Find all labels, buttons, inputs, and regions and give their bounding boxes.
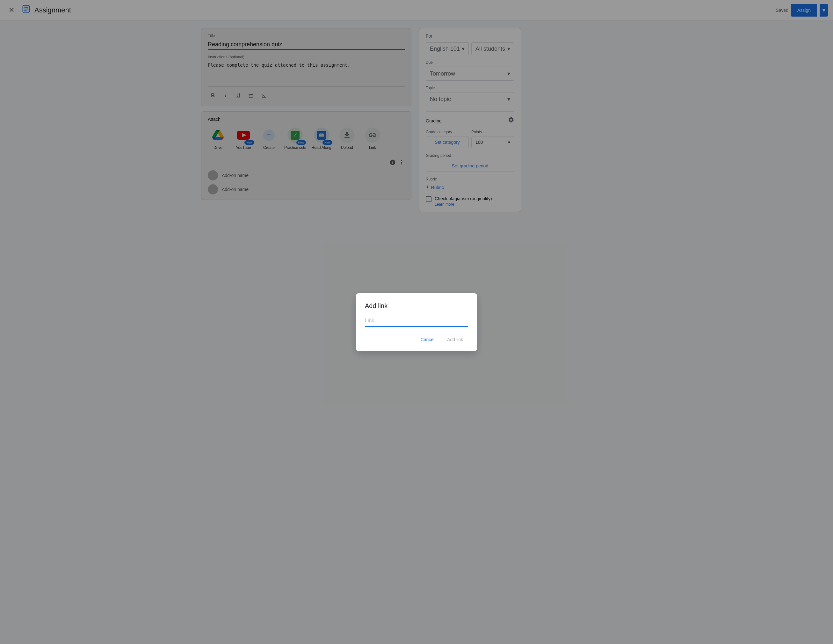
modal-overlay: Add link Cancel Add link (0, 0, 833, 644)
modal-actions: Cancel Add link (365, 335, 468, 345)
link-input[interactable] (365, 316, 468, 327)
add-link-modal: Add link Cancel Add link (356, 293, 477, 351)
cancel-button[interactable]: Cancel (415, 335, 440, 345)
add-link-button[interactable]: Add link (442, 335, 468, 345)
modal-title: Add link (365, 302, 468, 309)
